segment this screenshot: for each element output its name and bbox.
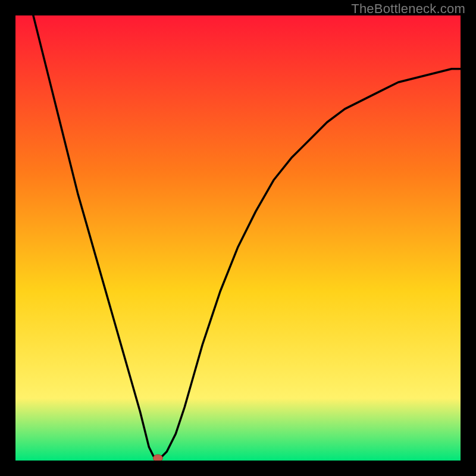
gradient-background [15, 15, 461, 461]
watermark-text: TheBottleneck.com [351, 1, 465, 17]
outer-frame: TheBottleneck.com [0, 0, 476, 476]
bottleneck-chart [15, 15, 461, 461]
plot-area [15, 15, 461, 461]
optimal-point-marker [153, 455, 162, 461]
